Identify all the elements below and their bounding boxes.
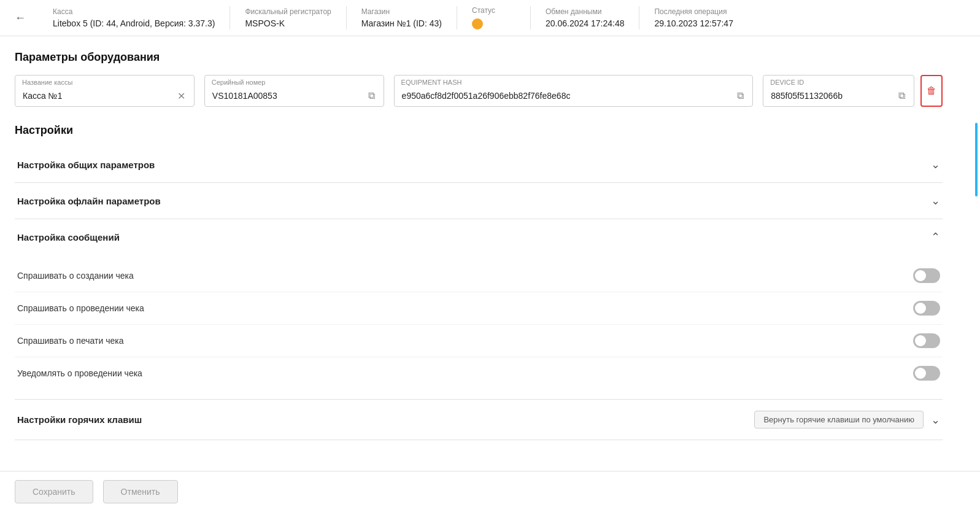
status-indicator (472, 18, 483, 29)
header-fiscal: Фискальный регистратор MSPOS-K (230, 6, 346, 29)
last-op-value: 29.10.2023 12:57:47 (654, 18, 733, 28)
toggle-label-notify-process: Уведомлять о проведении чека (17, 368, 142, 378)
accordion-messages-header[interactable]: Настройка сообщений ⌃ (15, 219, 943, 255)
kassa-name-field: Название кассы ✕ (15, 75, 195, 107)
chevron-down-icon-hotkeys: ⌄ (931, 413, 940, 427)
serial-copy-button[interactable]: ⧉ (366, 90, 377, 101)
serial-label: Серийный номер (212, 79, 266, 86)
chevron-down-icon-general: ⌄ (931, 158, 940, 171)
accordion-general-header[interactable]: Настройка общих параметров ⌄ (15, 147, 943, 182)
last-op-label: Последняя операция (654, 7, 733, 16)
accordion-messages: Настройка сообщений ⌃ Спрашивать о созда… (15, 219, 943, 400)
shop-value: Магазин №1 (ID: 43) (361, 18, 442, 28)
device-id-label: DEVICE ID (770, 79, 804, 86)
back-icon: ← (15, 12, 26, 25)
accordion-hotkeys-label: Настройки горячих клавиш (17, 414, 142, 425)
copy-icon-device: ⧉ (898, 90, 905, 101)
trash-icon: 🗑 (927, 85, 936, 96)
clear-icon: ✕ (177, 90, 185, 102)
fiscal-value: MSPOS-K (245, 18, 331, 28)
toggle-label-ask-create: Спрашивать о создании чека (17, 271, 134, 281)
kassa-label: Касса (53, 7, 215, 16)
accordion-general: Настройка общих параметров ⌄ (15, 147, 943, 183)
toggle-slider-ask-process (913, 301, 940, 316)
toggle-notify-process[interactable] (913, 366, 940, 381)
toggle-slider-notify-process (913, 366, 940, 381)
settings-title: Настройки (15, 124, 943, 137)
header-bar: ← Касса Litebox 5 (ID: 44, Android, Верс… (0, 0, 980, 36)
toggle-row-ask-print: Спрашивать о печати чека (15, 325, 943, 357)
serial-number-field: Серийный номер ⧉ (204, 75, 384, 107)
data-exchange-label: Обмен данными (546, 7, 624, 16)
kassa-name-input-row: Название кассы ✕ (15, 75, 195, 107)
equipment-hash-field: EQUIPMENT HASH ⧉ (394, 75, 754, 107)
header-shop: Магазин Магазин №1 (ID: 43) (347, 6, 457, 29)
serial-number-input-row: Серийный номер ⧉ (204, 75, 384, 107)
header-data-exchange: Обмен данными 20.06.2024 17:24:48 (531, 6, 639, 29)
device-id-input[interactable] (771, 91, 896, 101)
toggle-slider-ask-create (913, 268, 940, 283)
device-id-input-row: DEVICE ID ⧉ (763, 75, 914, 107)
kassa-name-input[interactable] (23, 91, 175, 101)
accordion-hotkeys: Настройки горячих клавиш Вернуть горячие… (15, 400, 943, 440)
hash-copy-button[interactable]: ⧉ (735, 90, 746, 101)
equipment-params-row: Название кассы ✕ Серийный номер ⧉ EQUIPM… (15, 75, 943, 107)
toggle-ask-process[interactable] (913, 301, 940, 316)
header-kassa: Касса Litebox 5 (ID: 44, Android, Версия… (38, 6, 230, 29)
accordion-offline: Настройка офлайн параметров ⌄ (15, 183, 943, 219)
kassa-value: Litebox 5 (ID: 44, Android, Версия: 3.37… (53, 18, 215, 28)
device-id-wrapper: DEVICE ID ⧉ 🗑 (763, 75, 943, 107)
copy-icon: ⧉ (368, 90, 375, 101)
toggle-ask-print[interactable] (913, 333, 940, 348)
shop-label: Магазин (361, 7, 442, 16)
main-content: Параметры оборудования Название кассы ✕ … (0, 36, 957, 489)
accordion-messages-label: Настройка сообщений (17, 232, 120, 242)
header-last-op: Последняя операция 29.10.2023 12:57:47 (639, 6, 747, 29)
chevron-up-icon-messages: ⌃ (931, 230, 940, 244)
toggle-row-ask-process: Спрашивать о проведении чека (15, 292, 943, 325)
bottom-bar: Сохранить Отменить (0, 471, 980, 489)
back-button[interactable]: ← (15, 6, 26, 29)
save-button[interactable]: Сохранить (15, 480, 93, 489)
toggle-row-ask-create: Спрашивать о создании чека (15, 260, 943, 292)
toggle-label-ask-process: Спрашивать о проведении чека (17, 303, 144, 313)
toggle-slider-ask-print (913, 333, 940, 348)
messages-toggle-section: Спрашивать о создании чека Спрашивать о … (15, 255, 943, 399)
data-exchange-value: 20.06.2024 17:24:48 (546, 18, 624, 28)
equipment-hash-input-row: EQUIPMENT HASH ⧉ (394, 75, 754, 107)
accordion-hotkeys-header[interactable]: Настройки горячих клавиш Вернуть горячие… (15, 400, 943, 440)
header-status: Статус (457, 6, 531, 29)
kassa-name-clear-button[interactable]: ✕ (175, 90, 188, 102)
hash-label: EQUIPMENT HASH (401, 79, 462, 86)
equipment-hash-input[interactable] (402, 91, 735, 101)
toggle-row-notify-process: Уведомлять о проведении чека (15, 357, 943, 389)
scrollbar-indicator[interactable] (975, 123, 978, 196)
device-id-delete-button[interactable]: 🗑 (920, 75, 943, 107)
kassa-name-label: Название кассы (22, 79, 72, 86)
chevron-down-icon-offline: ⌄ (931, 194, 940, 208)
cancel-button[interactable]: Отменить (103, 480, 178, 489)
serial-number-input[interactable] (212, 91, 366, 101)
equipment-section-title: Параметры оборудования (15, 51, 943, 64)
fiscal-label: Фискальный регистратор (245, 7, 331, 16)
status-label: Статус (472, 6, 515, 15)
toggle-ask-create[interactable] (913, 268, 940, 283)
hotkeys-reset-button[interactable]: Вернуть горячие клавиши по умолчанию (754, 411, 924, 429)
copy-icon-hash: ⧉ (737, 90, 744, 101)
toggle-label-ask-print: Спрашивать о печати чека (17, 336, 123, 346)
accordion-offline-header[interactable]: Настройка офлайн параметров ⌄ (15, 183, 943, 219)
device-id-copy-button[interactable]: ⧉ (896, 90, 908, 101)
accordion-general-label: Настройка общих параметров (17, 160, 155, 170)
accordion-offline-label: Настройка офлайн параметров (17, 196, 161, 206)
